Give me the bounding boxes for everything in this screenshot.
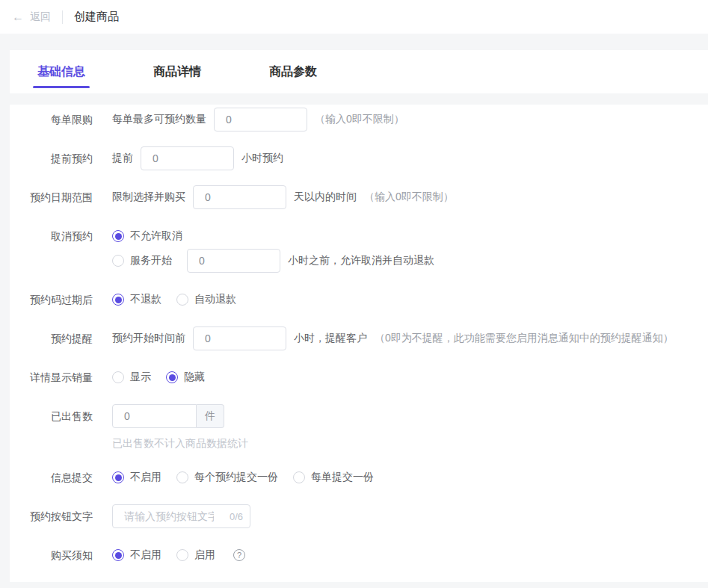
radio-hide-sales[interactable]: 隐藏 [166,371,205,384]
radio-label: 不允许取消 [130,229,182,243]
radio-checked-icon [166,371,178,383]
radio-info-submit-off[interactable]: 不启用 [112,471,161,484]
field-label: 预约提醒 [10,327,93,350]
field-label: 取消预约 [10,224,93,248]
button-text-input-wrap: 0/6 [112,504,250,528]
radio-service-start-cancel[interactable]: 服务开始 [112,254,172,267]
field-hint: （0即为不提醒，此功能需要您启用消息通知中的预约提醒通知） [375,332,674,345]
radio-label: 显示 [130,371,151,384]
radio-label: 不启用 [130,471,161,484]
tab-product-params[interactable]: 商品参数 [269,50,317,93]
field-label: 信息提交 [10,465,93,489]
radio-label: 不退款 [130,293,161,306]
basic-info-form: 每单限购 每单最多可预约数量 （输入0即不限制） 提前预约 提前 小时预约 预约… [10,105,708,582]
field-hint: （输入0即不限制） [315,113,404,126]
radio-checked-icon [112,230,124,242]
sold-count-input-group: 件 [112,404,224,428]
cancel-hours-input[interactable] [187,249,280,273]
form-row-date-range: 预约日期范围 限制选择并购买 天以内的时间 （输入0即不限制） [10,185,708,209]
form-row-button-text: 预约按钮文字 0/6 [10,504,708,528]
field-prefix-text: 预约开始时间前 [112,332,185,345]
field-label: 详情显示销量 [10,365,93,389]
help-icon[interactable]: ? [233,549,245,561]
form-row-sold-count: 已出售数 件 已出售数不计入商品数据统计 [10,404,708,451]
limit-per-order-input[interactable] [214,108,307,131]
radio-label: 隐藏 [184,371,205,384]
radio-label: 每单提交一份 [311,471,374,484]
field-prefix-text: 每单最多可预约数量 [112,113,206,126]
radio-checked-icon [112,294,124,306]
field-label: 购买须知 [10,543,93,567]
form-row-purchase-notes: 购买须知 不启用 启用 ? [10,543,708,567]
field-suffix-text: 小时，提醒客户 [294,332,367,345]
radio-unchecked-icon [176,549,188,561]
radio-unchecked-icon [112,371,124,383]
field-suffix-text: 小时之前，允许取消并自动退款 [288,254,434,267]
radio-checked-icon [112,549,124,561]
radio-show-sales[interactable]: 显示 [112,371,151,384]
radio-label: 服务开始 [130,254,172,267]
radio-unchecked-icon [176,471,188,483]
advance-hours-input[interactable] [141,146,234,170]
form-row-code-expire: 预约码过期后 不退款 自动退款 [10,288,708,312]
field-label: 每单限购 [10,108,93,131]
field-label: 预约按钮文字 [10,504,93,528]
date-range-days-input[interactable] [193,185,286,209]
sold-count-input[interactable] [112,404,197,428]
field-label: 预约码过期后 [10,288,93,312]
field-label: 已出售数 [10,404,93,428]
unit-addon: 件 [197,404,224,428]
tab-product-detail[interactable]: 商品详情 [153,50,201,93]
field-label: 预约日期范围 [10,185,93,209]
tabs-bar: 基础信息 商品详情 商品参数 [10,50,708,93]
field-prefix-text: 限制选择并购买 [112,191,185,204]
page-header: ← 返回 创建商品 [0,0,708,34]
form-row-show-sales: 详情显示销量 显示 隐藏 [10,365,708,389]
field-prefix-text: 提前 [112,152,133,165]
radio-label: 不启用 [130,548,161,562]
radio-unchecked-icon [112,255,124,267]
radio-label: 启用 [194,548,215,562]
radio-checked-icon [112,471,124,483]
back-button[interactable]: ← 返回 [12,10,51,24]
reminder-hours-input[interactable] [193,327,286,350]
page-title: 创建商品 [74,10,119,24]
field-suffix-text: 小时预约 [241,152,283,165]
back-label: 返回 [30,10,51,24]
form-row-limit-per-order: 每单限购 每单最多可预约数量 （输入0即不限制） [10,108,708,131]
field-hint: （输入0即不限制） [364,191,454,204]
radio-info-submit-per-booking[interactable]: 每个预约提交一份 [176,471,278,484]
radio-label: 每个预约提交一份 [194,471,278,484]
form-row-reminder: 预约提醒 预约开始时间前 小时，提醒客户 （0即为不提醒，此功能需要您启用消息通… [10,327,708,350]
form-row-info-submit: 信息提交 不启用 每个预约提交一份 每单提交一份 [10,465,708,489]
radio-purchase-notes-on[interactable]: 启用 [176,548,215,562]
form-row-cancel-booking: 取消预约 不允许取消 服务开始 小时之前，允许取消并自动退款 [10,224,708,273]
back-arrow-icon: ← [12,11,24,23]
radio-unchecked-icon [293,471,305,483]
radio-purchase-notes-off[interactable]: 不启用 [112,548,161,562]
field-suffix-text: 天以内的时间 [294,191,357,204]
radio-label: 自动退款 [194,293,236,306]
field-label: 提前预约 [10,146,93,170]
header-divider [62,10,63,24]
radio-no-refund[interactable]: 不退款 [112,293,161,306]
button-text-input[interactable] [112,504,250,528]
radio-no-cancel[interactable]: 不允许取消 [112,229,182,243]
radio-unchecked-icon [176,294,188,306]
radio-info-submit-per-order[interactable]: 每单提交一份 [293,471,374,484]
tab-basic-info[interactable]: 基础信息 [37,50,85,93]
radio-auto-refund[interactable]: 自动退款 [176,293,236,306]
sold-count-helper-text: 已出售数不计入商品数据统计 [112,436,248,451]
form-row-advance-booking: 提前预约 提前 小时预约 [10,146,708,170]
